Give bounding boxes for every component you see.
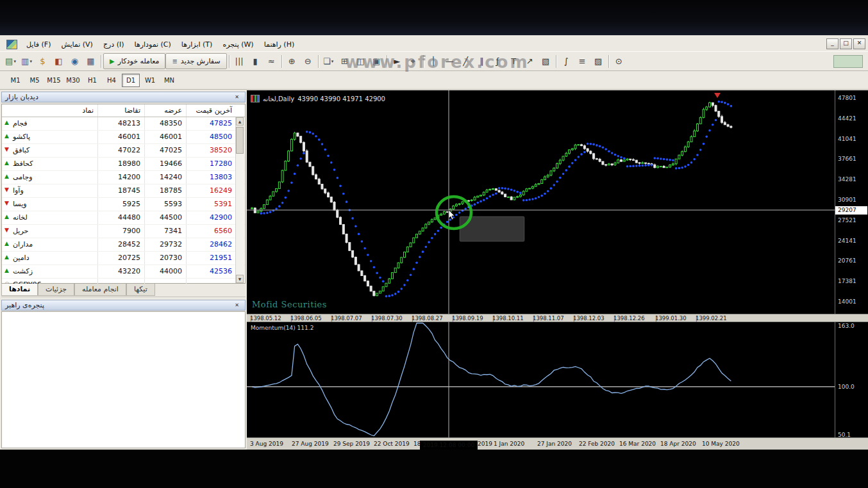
zoom-out-icon[interactable]: ⊖: [300, 53, 316, 69]
menu-item[interactable]: پنجره (W): [217, 39, 258, 50]
menu-item[interactable]: درج (I): [98, 39, 129, 50]
momentum-indicator-label: Momentum(14) 111.2: [251, 325, 313, 331]
market-watch-row[interactable]: ▲مداران284522973228462: [2, 238, 245, 252]
market-watch-close-icon[interactable]: ✕: [232, 93, 242, 102]
crosshair-tool-icon[interactable]: ⌖: [405, 53, 421, 69]
new-chart-icon[interactable]: ▤▾: [3, 53, 19, 69]
market-watch-row[interactable]: ▲فجام482134835047825: [2, 117, 245, 131]
jalali-date-label: |1398.10.11: [492, 315, 524, 321]
timeframe-m1[interactable]: M1: [6, 74, 24, 87]
jalali-date-strip[interactable]: |1398.05.12|1398.06.05|1398.07.07|1398.0…: [247, 314, 868, 322]
menu-item[interactable]: نمودارها (C): [129, 39, 176, 50]
terminal-toggle-icon[interactable]: ▦: [83, 53, 99, 69]
price-scale-label: 47801: [838, 95, 866, 101]
indicators-icon[interactable]: ∫: [558, 53, 574, 69]
market-watch-row[interactable]: ▲دامین207252073021951: [2, 252, 245, 265]
navigator-toggle-icon[interactable]: ◉: [67, 53, 83, 69]
panel-tab[interactable]: نمادها: [1, 284, 38, 296]
market-watch-row[interactable]: ▼حریل790073416560: [2, 225, 245, 238]
menu-item[interactable]: راهنما (H): [259, 39, 300, 50]
magnifier-icon[interactable]: ⊙: [611, 53, 627, 69]
autotrading-button[interactable]: ▶معامله خودکار: [103, 53, 165, 69]
fibonacci-tool-icon[interactable]: ƒ: [490, 53, 506, 69]
bars-mode-icon[interactable]: |||: [231, 53, 247, 69]
tile-windows-icon[interactable]: ❏▾: [321, 53, 337, 69]
restore-button[interactable]: □: [840, 38, 852, 49]
vertical-line-tool-icon[interactable]: │: [426, 53, 442, 69]
market-watch-row[interactable]: ▲لخانه444804450042900: [2, 211, 245, 225]
periods-icon[interactable]: ≡: [574, 53, 590, 69]
tile-vertical-icon[interactable]: ▣: [369, 53, 385, 69]
panel-tab[interactable]: جزئیات: [38, 284, 74, 296]
market-watch-row[interactable]: ▲وجامی142001424013803: [2, 171, 245, 184]
timeframe-m15[interactable]: M15: [45, 74, 63, 87]
quick-box[interactable]: [833, 55, 863, 68]
bid-value: 14200: [98, 171, 145, 184]
menu-item[interactable]: ابزارها (T): [176, 39, 218, 50]
scroll-up-icon[interactable]: ▲: [236, 117, 244, 126]
new-order-button[interactable]: ≣سفارش جدید: [165, 53, 226, 69]
horizontal-line-tool-icon[interactable]: —: [442, 53, 458, 69]
text-tool-icon[interactable]: T: [506, 53, 522, 69]
shapes-tool-icon[interactable]: ▧: [538, 53, 554, 69]
market-watch-row[interactable]: ▲پاکشو460014600148500: [2, 131, 245, 144]
timeframe-d1[interactable]: D1: [122, 74, 140, 87]
timeframe-w1[interactable]: W1: [141, 74, 159, 87]
chart-symbol-period: لخانه,Daily: [263, 95, 294, 102]
timeframe-m5[interactable]: M5: [26, 74, 44, 87]
time-axis[interactable]: 2019.12.08 00:00 3 Aug 201927 Aug 201929…: [247, 437, 868, 450]
arrow-tool-icon[interactable]: ↗: [522, 53, 538, 69]
close-button[interactable]: ✕: [853, 38, 865, 49]
templates-icon[interactable]: ▨: [590, 53, 606, 69]
time-axis-label: 10 May 2020: [702, 441, 740, 447]
chart-profiles-icon[interactable]: ▥▾: [19, 53, 35, 69]
data-window-toggle-icon[interactable]: ◧: [51, 53, 67, 69]
navigator-body[interactable]: [1, 311, 246, 448]
market-watch-row[interactable]: ▼ویسا592555935391: [2, 198, 245, 211]
column-header[interactable]: آخرین قیمت: [187, 104, 236, 117]
timeframe-mn[interactable]: MN: [160, 74, 178, 87]
scrollbar-thumb[interactable]: [236, 127, 244, 154]
scroll-down-icon[interactable]: ▼: [236, 275, 244, 283]
jalali-date-label: |1398.12.26: [613, 315, 645, 321]
timeframe-h4[interactable]: H4: [103, 74, 121, 87]
menu-item[interactable]: فایل (F): [21, 39, 56, 50]
jalali-date-label: |1399.02.21: [696, 315, 727, 321]
jalali-date-label: |1398.06.05: [290, 315, 322, 321]
up-arrow-icon: ▲: [4, 119, 13, 126]
channel-tool-icon[interactable]: ∥: [474, 53, 490, 69]
line-mode-icon[interactable]: ≈: [263, 53, 280, 69]
toolbar-separator: [101, 55, 101, 68]
minimize-button[interactable]: _: [826, 38, 839, 49]
up-arrow-icon: ▲: [4, 133, 13, 139]
market-watch-row[interactable]: ▼وآوا187451878516249: [2, 184, 245, 198]
panel-tab[interactable]: انجام معامله: [74, 284, 126, 296]
menu-item[interactable]: نمایش (V): [56, 39, 97, 50]
navigator-close-icon[interactable]: ✕: [232, 301, 242, 310]
price-scale-label: 17381: [838, 278, 866, 284]
timeframe-h1[interactable]: H1: [83, 74, 101, 87]
dropdown-arrow-icon: ▾: [13, 59, 16, 64]
time-axis-label: 22 Oct 2019: [374, 441, 410, 447]
column-header[interactable]: عرضه: [145, 104, 187, 117]
panel-tab[interactable]: تیکها: [126, 284, 155, 296]
tile-horizontal-icon[interactable]: ◫: [353, 53, 369, 69]
market-watch-row[interactable]: ▲کحافظ189801946617280: [2, 158, 245, 171]
candles-mode-icon[interactable]: ▮: [247, 53, 263, 69]
price-chart-canvas[interactable]: [247, 90, 835, 314]
market-watch-scrollbar[interactable]: ▲ ▼: [235, 117, 244, 283]
button-label: سفارش جدید: [181, 57, 221, 65]
zoom-in-icon[interactable]: ⊕: [284, 53, 300, 69]
cascade-windows-icon[interactable]: ⊞: [337, 53, 353, 69]
chart-area[interactable]: لخانه,Daily 43990 43990 41971 42900 Mofi…: [247, 90, 868, 450]
column-header[interactable]: نماد: [2, 104, 98, 117]
cursor-tool-icon[interactable]: ►: [389, 53, 405, 69]
jalali-date-label: |1398.07.30: [371, 315, 403, 321]
column-header[interactable]: تقاضا: [98, 104, 145, 117]
market-watch-row[interactable]: ▲زکشت432204400042536: [2, 265, 245, 279]
trendline-tool-icon[interactable]: ╱: [458, 53, 474, 69]
market-watch-row[interactable]: ▼کبافق470224702538520: [2, 144, 245, 158]
market-watch-toggle-icon[interactable]: $: [35, 53, 51, 69]
timeframe-m30[interactable]: M30: [64, 74, 82, 87]
momentum-canvas[interactable]: [247, 322, 835, 437]
